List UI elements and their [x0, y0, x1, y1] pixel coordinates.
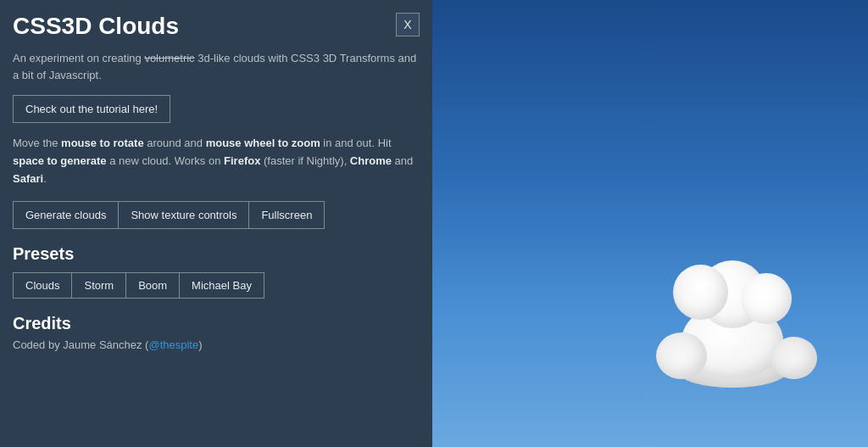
instructions: Move the mouse to rotate around and mous… [13, 135, 420, 187]
instructions-bold-rotate: mouse to rotate [61, 137, 144, 149]
fullscreen-button[interactable]: Fullscreen [248, 201, 325, 229]
cloud-part-top2 [673, 265, 728, 320]
preset-michaelbay-button[interactable]: Michael Bay [179, 272, 264, 299]
instructions-bold-firefox: Firefox [224, 154, 260, 167]
tutorial-button[interactable]: Check out the tutorial here! [13, 95, 170, 123]
cloud-container [648, 260, 817, 396]
credits-suffix: ) [198, 338, 202, 351]
page-title: CSS3D Clouds [13, 13, 179, 40]
credits-prefix: Coded by Jaume Sánchez ( [13, 338, 148, 351]
close-button[interactable]: X [396, 13, 420, 36]
instructions-bold-generate: space to generate [13, 154, 107, 167]
generate-clouds-button[interactable]: Generate clouds [13, 201, 119, 229]
action-buttons-group: Generate clouds Show texture controls Fu… [13, 201, 420, 229]
cloud-part-right [771, 337, 817, 379]
preset-storm-button[interactable]: Storm [71, 272, 126, 299]
instructions-bold-safari: Safari [13, 172, 43, 185]
instructions-bold-zoom: mouse wheel to zoom [206, 137, 320, 149]
cloud-part-left [656, 332, 707, 379]
left-panel: CSS3D Clouds X An experiment on creating… [0, 0, 432, 447]
show-texture-controls-button[interactable]: Show texture controls [118, 201, 249, 229]
preset-buttons-group: Clouds Storm Boom Michael Bay [13, 272, 420, 299]
credits-text: Coded by Jaume Sánchez (@thespite) [13, 338, 420, 351]
credits-title: Credits [13, 314, 420, 333]
description-strikethrough: volumetric [144, 52, 194, 64]
cloud [648, 260, 817, 396]
cloud-part-top3 [741, 273, 792, 324]
instructions-bold-chrome: Chrome [350, 154, 392, 167]
preset-boom-button[interactable]: Boom [125, 272, 180, 299]
panel-header: CSS3D Clouds X [13, 13, 420, 40]
sky-background [432, 0, 868, 447]
credits-link[interactable]: @thespite [148, 338, 198, 351]
presets-title: Presets [13, 244, 420, 264]
description-text-before: An experiment on creating [13, 52, 144, 64]
preset-clouds-button[interactable]: Clouds [13, 272, 72, 299]
description: An experiment on creating volumetric 3d-… [13, 50, 420, 83]
